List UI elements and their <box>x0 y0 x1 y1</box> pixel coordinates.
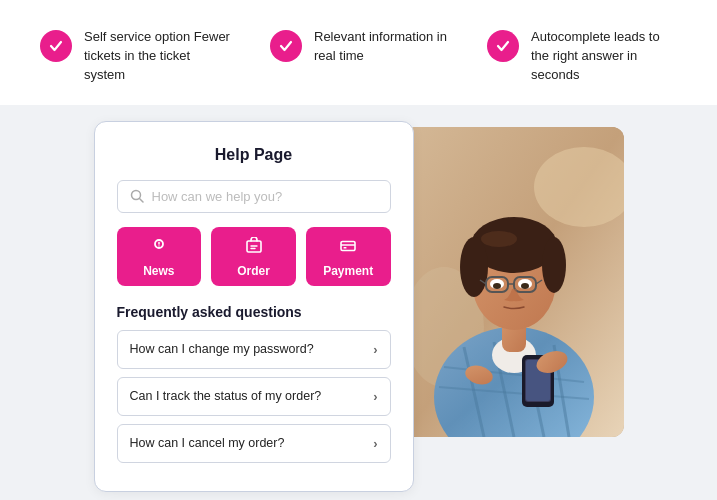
faq-item-3[interactable]: How can I cancel my order? › <box>117 424 391 463</box>
feature-self-service: Self service option Fewer tickets in the… <box>40 28 230 85</box>
feature-relevant-info: Relevant information in real time <box>270 28 447 66</box>
feature-text-1: Self service option Fewer tickets in the… <box>84 28 230 85</box>
faq-question-3: How can I cancel my order? <box>130 436 285 450</box>
news-label: News <box>143 264 174 278</box>
faq-chevron-2: › <box>373 389 377 404</box>
svg-point-4 <box>158 245 159 246</box>
order-label: Order <box>237 264 270 278</box>
news-icon <box>150 237 168 259</box>
faq-item-1[interactable]: How can I change my password? › <box>117 330 391 369</box>
action-buttons: News Order <box>117 227 391 286</box>
faq-question-2: Can I track the status of my order? <box>130 389 322 403</box>
svg-point-26 <box>542 237 566 293</box>
svg-point-27 <box>481 231 517 247</box>
faq-chevron-1: › <box>373 342 377 357</box>
svg-point-25 <box>460 237 488 297</box>
news-button[interactable]: News <box>117 227 202 286</box>
main-content: Help Page How can we help you? <box>0 105 717 500</box>
search-bar[interactable]: How can we help you? <box>117 180 391 213</box>
person-image <box>404 127 624 437</box>
faq-title: Frequently asked questions <box>117 304 391 320</box>
features-bar: Self service option Fewer tickets in the… <box>0 0 717 105</box>
svg-rect-10 <box>344 247 347 249</box>
order-button[interactable]: Order <box>211 227 296 286</box>
search-icon <box>130 189 144 203</box>
order-icon <box>245 237 263 259</box>
faq-question-1: How can I change my password? <box>130 342 314 356</box>
check-icon-3 <box>487 30 519 62</box>
faq-chevron-3: › <box>373 436 377 451</box>
feature-text-3: Autocomplete leads to the right answer i… <box>531 28 677 85</box>
svg-rect-8 <box>341 241 355 250</box>
payment-button[interactable]: Payment <box>306 227 391 286</box>
svg-point-36 <box>521 283 529 289</box>
svg-line-1 <box>139 199 143 203</box>
payment-label: Payment <box>323 264 373 278</box>
feature-text-2: Relevant information in real time <box>314 28 447 66</box>
faq-item-2[interactable]: Can I track the status of my order? › <box>117 377 391 416</box>
help-card-title: Help Page <box>117 146 391 164</box>
check-icon-1 <box>40 30 72 62</box>
help-card: Help Page How can we help you? <box>94 121 414 492</box>
payment-icon <box>339 237 357 259</box>
svg-point-35 <box>493 283 501 289</box>
check-icon-2 <box>270 30 302 62</box>
search-placeholder: How can we help you? <box>152 189 283 204</box>
feature-autocomplete: Autocomplete leads to the right answer i… <box>487 28 677 85</box>
